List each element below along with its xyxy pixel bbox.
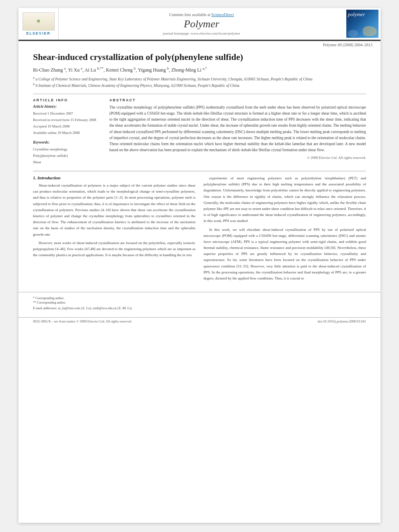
available-date: Available online 29 March 2008 — [33, 129, 101, 136]
intro-para-1: Shear-induced crystallization of polymer… — [33, 183, 195, 238]
article-history: Article history: Received 1 December 200… — [33, 105, 101, 136]
affiliations: a a College of Polymer Science and Engin… — [33, 76, 366, 89]
accepted-date: Accepted 19 March 2008 — [33, 123, 101, 129]
keyword-2: Poly(phenylene sulfide) — [33, 152, 101, 159]
article-page: 🌿 ELSEVIER Contents lists available at S… — [19, 8, 380, 523]
science-direct-label: Contents lists available at ScienceDirec… — [169, 12, 234, 17]
revised-date: Received in revised form 15 February 200… — [33, 117, 101, 123]
keywords-block: Keywords: Crystalline morphology Poly(ph… — [33, 140, 101, 166]
intro-body: Shear-induced crystallization of polymer… — [33, 183, 195, 258]
science-direct-link[interactable]: ScienceDirect — [211, 12, 234, 17]
intro-right-para-2: In this work, we will elucidate shear-in… — [204, 227, 366, 282]
received-date: Received 1 December 2007 — [33, 110, 101, 117]
footnote-star2: ** Corresponding author. — [33, 301, 366, 304]
keyword-1: Crystalline morphology — [33, 146, 101, 152]
journal-name: Polymer — [184, 18, 219, 30]
intro-right-body: experiments of most engineering polymers… — [204, 175, 366, 281]
keywords-title: Keywords: — [33, 140, 101, 144]
body-left-col: 1. Introduction Shear-induced crystalliz… — [33, 175, 195, 284]
elsevier-wordmark: ELSEVIER — [23, 31, 55, 35]
copyright-footer: 0032-3861/$ – see front matter © 2008 El… — [33, 319, 132, 323]
polymer-journal-logo: polymer — [346, 10, 378, 38]
article-content: Shear-induced crystallization of poly(ph… — [19, 48, 380, 292]
abstract-label: ABSTRACT — [109, 98, 366, 102]
email-footnote: E-mail addresses: ai_lu@tom.com (A. Lu),… — [33, 305, 366, 311]
polymer-logo-text: polymer — [348, 11, 365, 18]
intro-para-2: However, most works of shear-induced cry… — [33, 240, 195, 259]
abstract-text: The crystalline morphology of poly(pheny… — [109, 105, 366, 154]
footnote-star1: * Corresponding author. — [33, 296, 366, 300]
journal-url: journal homepage: www.elsevier.com/locat… — [163, 31, 240, 35]
article-info-label: ARTICLE INFO — [33, 98, 101, 102]
intro-right-para-1: experiments of most engineering polymers… — [204, 175, 366, 224]
article-title: Shear-induced crystallization of poly(ph… — [33, 52, 366, 62]
body-right-col: experiments of most engineering polymers… — [204, 175, 366, 284]
keyword-3: Shear — [33, 159, 101, 165]
doi-line: doi:10.1016/j.polymer.2008.03.041 — [318, 319, 366, 323]
elsevier-logo: 🌿 ELSEVIER — [23, 12, 55, 35]
article-info-abstract: ARTICLE INFO Article history: Received 1… — [33, 98, 366, 165]
body-content: 1. Introduction Shear-induced crystalliz… — [33, 175, 366, 284]
copyright-notice: © 2008 Elsevier Ltd. All rights reserved… — [109, 156, 366, 160]
article-info-col: ARTICLE INFO Article history: Received 1… — [33, 98, 101, 165]
article-volume-info: Polymer 49 (2008) 2604–2613 — [19, 41, 380, 48]
abstract-col: ABSTRACT The crystalline morphology of p… — [109, 98, 366, 165]
journal-header: 🌿 ELSEVIER Contents lists available at S… — [19, 8, 380, 41]
intro-heading: 1. Introduction — [33, 175, 195, 180]
history-title: Article history: — [33, 105, 101, 109]
author-list: Ri-Chao Zhang a, Yi Xu a, Ai Lu b,**, Ke… — [33, 66, 366, 73]
article-footer: * Corresponding author. ** Corresponding… — [19, 292, 380, 313]
page-footer: 0032-3861/$ – see front matter © 2008 El… — [19, 317, 380, 325]
